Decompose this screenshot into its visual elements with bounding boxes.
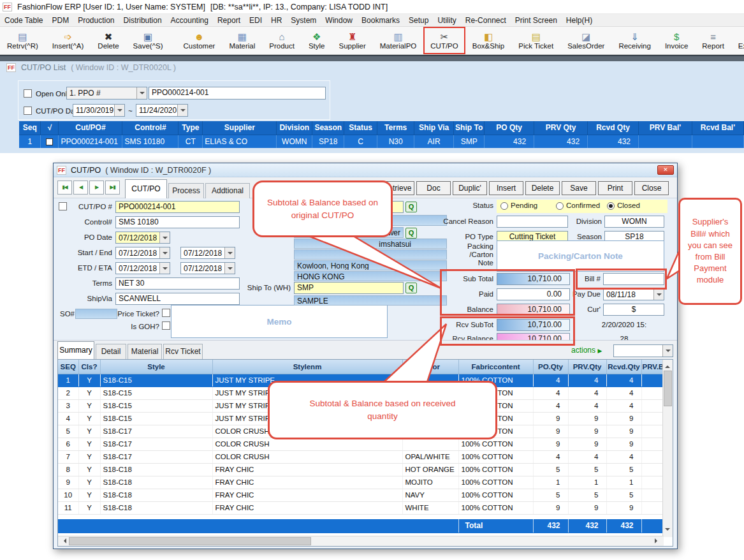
price-ticket-checkbox[interactable] [162,309,170,317]
scroll-left-icon[interactable] [58,536,68,546]
toolbar-button[interactable]: ⌂ Product [262,27,302,54]
chevron-down-icon[interactable] [159,232,170,243]
column-header[interactable]: Control# [122,121,179,135]
column-header[interactable]: PO.Qty [533,360,568,374]
column-header[interactable]: Supplier [203,121,277,135]
search-icon[interactable]: Q [405,283,417,293]
chevron-down-icon[interactable] [662,345,673,357]
toolbar-button[interactable]: $ Invoice [658,27,695,54]
status-confirmed-radio[interactable] [556,202,564,210]
ship-to-field[interactable]: SMP [294,282,404,294]
open-only-checkbox[interactable] [24,89,32,98]
detail-action-button[interactable]: Doc [416,181,451,195]
column-header[interactable]: Cut/PO# [59,121,122,135]
menu-item[interactable]: Utility [433,16,460,25]
table-row[interactable]: 11 Y S18-C18 FRAY CHIC WHITE 100% COTTON… [58,501,664,514]
toolbar-button[interactable]: ❖ Style [302,27,332,54]
actions-link[interactable]: actions ▶ [571,346,602,355]
hscroll-thumb[interactable] [69,537,311,545]
column-header[interactable]: SEQ [58,360,78,374]
nav-first-button[interactable]: ▮◀ [57,181,72,195]
column-header[interactable]: PRV.Bal' [641,360,664,374]
tab-summary[interactable]: Summary [57,341,94,359]
chevron-down-icon[interactable] [224,263,235,274]
table-row[interactable]: 5 Y S18-C17 COLOR CRUSH BO 100% COTTON 9… [58,425,664,438]
start-date-select[interactable]: 07/12/2018 [115,247,170,259]
actions-select[interactable] [613,344,673,357]
detail-action-button[interactable]: Delete [525,181,560,195]
bill-field[interactable] [603,273,664,285]
chevron-down-icon[interactable] [114,105,124,116]
menu-item[interactable]: Re-Connect [461,16,511,25]
toolbar-button[interactable]: ✂ CUT/PO [423,27,465,54]
search-icon[interactable]: Q [405,202,417,212]
close-icon[interactable]: ✕ [657,165,674,175]
end-date-select[interactable]: 07/12/2018 [180,247,235,259]
column-header[interactable]: Division [277,121,312,135]
table-row[interactable]: 1 Y S18-C15 JUST MY STRIPE 100% COTTON 4… [58,374,664,387]
date-from-select[interactable]: 11/30/2019 [73,104,125,117]
nav-next-button[interactable]: ▶ [89,181,104,195]
column-header[interactable]: Rcvd.Qty [606,360,641,374]
menu-item[interactable]: Print Screen [511,16,562,25]
search-icon[interactable]: Q [405,228,417,239]
tab-addtional[interactable]: Addtional [205,183,250,198]
toolbar-button[interactable]: ▤ Pick Ticket [511,27,560,54]
tab-rcv-ticket[interactable]: Rcv Ticket [163,344,203,359]
menu-item[interactable]: Code Table [0,16,48,25]
column-header[interactable]: Terms [377,121,414,135]
column-header[interactable]: Cls? [78,360,100,374]
column-header[interactable]: Fabriccontent [458,360,533,374]
menu-item[interactable]: HR [266,16,286,25]
toolbar-button[interactable]: ✖ Delete [91,27,126,54]
menu-item[interactable]: Window [321,16,357,25]
search-type-select[interactable]: 1. PPO # [66,87,147,99]
toolbar-button[interactable]: ♜ Supplier [332,27,373,54]
chevron-down-icon[interactable] [159,263,170,274]
column-header[interactable]: Seq [19,121,41,135]
column-header[interactable]: Ship To [454,121,485,135]
menu-item[interactable]: Production [73,16,119,25]
menu-item[interactable]: EDI [245,16,266,25]
menu-item[interactable]: Distribution [119,16,166,25]
column-header[interactable]: Stylenm [212,360,402,374]
control-field[interactable]: SMS 10180 [115,216,240,228]
packing-carton-note-field[interactable]: Packing/Carton Note [497,240,664,272]
detail-action-button[interactable]: Save [562,181,596,195]
vscroll-thumb[interactable] [664,371,672,406]
column-header[interactable]: Type [179,121,203,135]
nav-prev-button[interactable]: ◀ [73,181,88,195]
memo-field[interactable]: Memo [171,305,388,338]
horizontal-scrollbar[interactable] [58,536,664,546]
etd-date-select[interactable]: 07/12/2018 [115,262,170,274]
status-pending-radio[interactable] [500,202,508,210]
table-row[interactable]: 8 Y S18-C18 FRAY CHIC HOT ORANGE 100% CO… [58,463,664,476]
chevron-down-icon[interactable] [136,87,147,99]
menu-item[interactable]: Help(H) [562,16,597,25]
toolbar-button[interactable]: ▤ Retrv(^R) [0,27,45,54]
vertical-scrollbar[interactable] [662,360,673,537]
supplier-code-field[interactable] [294,201,404,213]
column-header[interactable]: Style [100,360,212,374]
detail-action-button[interactable]: Retrieve [380,181,414,195]
status-closed-radio[interactable] [607,202,615,210]
column-header[interactable]: PRV.Qty [568,360,606,374]
chevron-down-icon[interactable] [177,105,187,116]
column-header[interactable]: √ [41,121,59,135]
table-row[interactable]: 2 Y S18-C15 JUST MY STRIPE 100% COTTON 4… [58,387,664,399]
paid-field[interactable]: 0.00 [497,288,570,300]
nav-last-button[interactable]: ▶▮ [105,181,120,195]
toolbar-button[interactable]: ◪ SalesOrder [560,27,611,54]
menu-item[interactable]: Setup [404,16,433,25]
tab-cutpo[interactable]: CUT/PO [125,179,167,198]
detail-action-button[interactable]: Print [598,181,632,195]
scroll-up-icon[interactable] [663,360,673,369]
column-header[interactable]: PRV Bal' [639,121,692,135]
eta-date-select[interactable]: 07/12/2018 [180,262,235,274]
detail-action-button[interactable]: Duplic' [453,181,487,195]
toolbar-button[interactable]: ▣ Save(^S) [126,27,170,54]
toolbar-button[interactable]: ➜ Exit(^X) [731,27,744,54]
date-to-select[interactable]: 11/24/2020 [136,104,188,117]
chevron-down-icon[interactable] [159,247,170,258]
column-header[interactable]: PRV Qty [534,121,588,135]
